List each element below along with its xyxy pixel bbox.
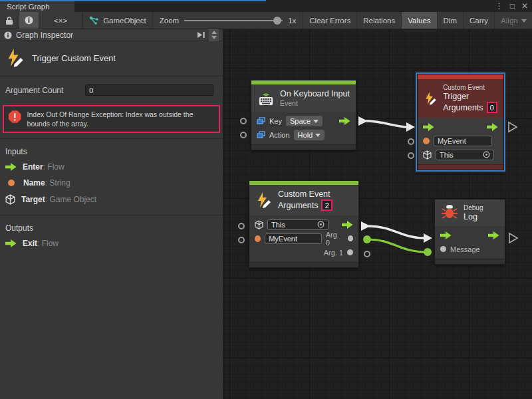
trigger-name-external-port[interactable] [408, 138, 414, 145]
action-dropdown[interactable]: Hold [294, 130, 325, 140]
action-label: Action [269, 131, 290, 139]
input-row-name: Name: String [0, 175, 223, 191]
connection-customevent-to-debug[interactable] [361, 221, 432, 243]
flow-output-port[interactable] [487, 123, 498, 131]
target-field[interactable]: This [436, 150, 494, 160]
lock-icon [5, 16, 13, 25]
keyboard-action-external-port[interactable] [240, 132, 247, 138]
graph-toolbar: <×> GameObject Zoom 1x Clear Errors Rela… [0, 12, 532, 29]
tab-script-graph[interactable]: Script Graph [0, 0, 74, 12]
node-footer [251, 144, 356, 150]
target-field[interactable]: This [267, 219, 329, 230]
string-port[interactable] [255, 235, 261, 242]
panel-stepper[interactable] [209, 29, 219, 41]
gameobject-port-icon[interactable] [255, 220, 263, 229]
flow-output-port[interactable] [342, 221, 353, 229]
arg1-external-port[interactable] [364, 251, 370, 257]
collapse-panel-button[interactable] [194, 30, 207, 41]
node-subtitle: Event [280, 99, 350, 107]
node-footer [418, 164, 503, 170]
node-title: Trigger [443, 92, 497, 101]
object-picker-icon[interactable] [317, 221, 325, 228]
divider [0, 138, 223, 139]
string-port[interactable] [423, 138, 430, 144]
graph-canvas[interactable]: On Keyboard Input Event Key Space [223, 29, 532, 399]
node-category: Custom Event [443, 84, 497, 91]
outputs-section-title: Outputs [0, 219, 223, 235]
flow-input-port[interactable] [440, 231, 452, 239]
arguments-count-badge[interactable]: 2 [321, 200, 332, 211]
dim-button[interactable]: Dim [438, 12, 464, 29]
argument-count-label: Argument Count [5, 86, 80, 95]
maximize-icon[interactable]: □ [510, 1, 515, 11]
info-icon [25, 16, 33, 25]
gameobject-label: GameObject [103, 17, 146, 25]
node-title: Log [464, 212, 483, 221]
node-debug-log[interactable]: Debug Log Message [434, 199, 505, 265]
lock-button[interactable] [0, 12, 19, 29]
graph-inspector-header[interactable]: Graph Inspector [0, 29, 223, 41]
key-dropdown[interactable]: Space [286, 116, 323, 126]
debug-exit-external-port[interactable] [509, 233, 517, 243]
customevent-target-external-port[interactable] [238, 223, 245, 229]
unit-title: Trigger Custom Event [32, 53, 116, 63]
connection-keyboard-to-trigger[interactable] [358, 116, 415, 132]
keycode-icon [257, 117, 265, 125]
node-footer [249, 262, 358, 267]
trigger-target-external-port[interactable] [408, 152, 414, 159]
gameobject-port-icon[interactable] [423, 150, 432, 160]
string-dot-icon [8, 180, 15, 186]
unity-visual-scripting-window: Script Graph ⋮ □ ✕ <×> [0, 0, 532, 399]
align-dropdown[interactable]: Align [495, 12, 532, 29]
node-header: Custom Event Arguments 2 [249, 185, 358, 215]
chevron-down-icon [521, 19, 527, 23]
close-icon[interactable]: ✕ [521, 1, 528, 11]
menu-icon[interactable]: ⋮ [495, 1, 503, 11]
event-name-field[interactable]: MyEvent [265, 233, 322, 244]
object-picker-icon[interactable] [483, 151, 490, 158]
bug-icon [441, 204, 458, 221]
node-header: Custom Event Trigger Arguments 0 [418, 79, 503, 118]
gameobject-breadcrumb[interactable]: GameObject [82, 12, 153, 29]
node-custom-event[interactable]: Custom Event Arguments 2 This [249, 180, 359, 268]
event-name-field[interactable]: MyEvent [434, 136, 492, 146]
arg0-label: Arg. 0 [326, 231, 344, 247]
graph-inspector-title: Graph Inspector [16, 31, 73, 40]
error-message-box: Index Out Of Range Exception: Index was … [3, 105, 220, 133]
code-icon: <×> [54, 17, 67, 25]
values-button[interactable]: Values [402, 12, 437, 29]
error-color-bar [418, 74, 503, 79]
zoom-control: Zoom 1x [153, 12, 304, 29]
flow-output-port[interactable] [488, 231, 499, 239]
node-trigger-custom-event[interactable]: Custom Event Trigger Arguments 0 [417, 74, 504, 170]
message-input-port[interactable] [440, 246, 446, 252]
arg1-output-port[interactable] [347, 249, 353, 255]
inspector-toggle-button[interactable] [19, 12, 39, 29]
connection-arg0-to-message[interactable] [363, 235, 432, 256]
relations-button[interactable]: Relations [357, 12, 402, 29]
keyboard-input-icon [257, 90, 275, 107]
flow-output-port[interactable] [339, 117, 350, 125]
argument-count-input[interactable]: 0 [85, 84, 213, 96]
zoom-slider[interactable] [184, 20, 283, 21]
tab-bar: Script Graph ⋮ □ ✕ [0, 0, 532, 12]
arg0-output-port[interactable] [348, 235, 353, 241]
arguments-count-badge[interactable]: 0 [487, 102, 497, 113]
node-title: On Keyboard Input [280, 89, 350, 98]
clear-errors-button[interactable]: Clear Errors [303, 12, 357, 29]
trigger-exit-external-port[interactable] [509, 122, 517, 132]
flow-arrow-icon [5, 239, 17, 247]
carry-button[interactable]: Carry [464, 12, 495, 29]
source-code-button[interactable]: <×> [39, 12, 82, 29]
error-message-text: Index Out Of Range Exception: Index was … [27, 110, 215, 128]
zoom-slider-knob[interactable] [273, 17, 281, 25]
selected-unit-header: Trigger Custom Event [0, 41, 223, 76]
divider [0, 215, 223, 215]
keyboard-key-external-port[interactable] [240, 118, 247, 124]
custom-event-icon [424, 90, 438, 107]
customevent-name-external-port[interactable] [238, 237, 245, 243]
custom-event-icon [255, 192, 273, 209]
node-on-keyboard-input[interactable]: On Keyboard Input Event Key Space [251, 80, 356, 150]
flow-input-port[interactable] [423, 123, 434, 131]
arguments-row: Arguments 0 [443, 102, 497, 113]
